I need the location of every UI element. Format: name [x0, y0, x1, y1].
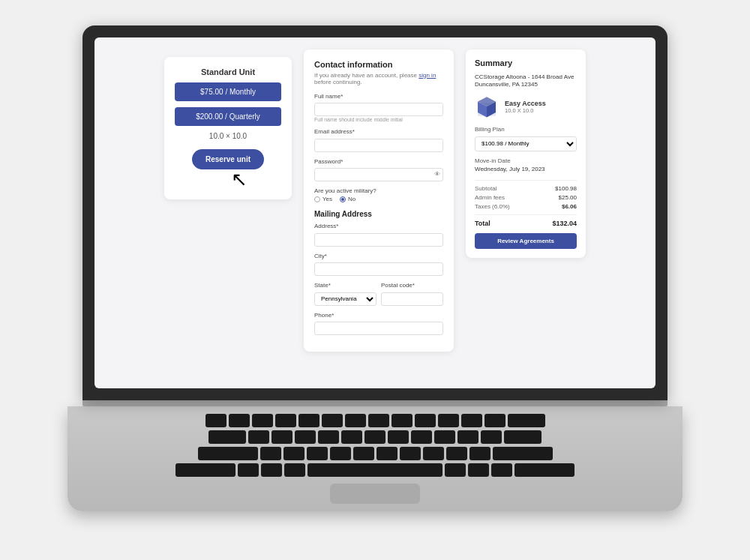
key[interactable]: [481, 430, 502, 444]
key[interactable]: [345, 414, 366, 427]
key[interactable]: [238, 463, 259, 477]
total-row: Total $132.04: [475, 220, 577, 227]
key[interactable]: [318, 430, 339, 444]
key[interactable]: [445, 463, 466, 477]
key[interactable]: [353, 447, 374, 460]
email-input[interactable]: [314, 139, 443, 152]
key[interactable]: [298, 414, 320, 427]
key[interactable]: [461, 414, 482, 427]
city-input[interactable]: [314, 262, 443, 276]
key[interactable]: [364, 430, 386, 444]
key[interactable]: [261, 463, 282, 477]
key[interactable]: [284, 447, 304, 460]
admin-row: Admin fees $25.00: [475, 194, 577, 201]
city-group: City*: [314, 253, 443, 277]
trackpad[interactable]: [330, 484, 420, 504]
quarterly-price-button[interactable]: $200.00 / Quarterly: [175, 107, 281, 126]
postal-label: Postal code*: [381, 282, 443, 289]
military-radio-group: Yes No: [314, 196, 443, 202]
address-input[interactable]: [314, 233, 443, 247]
key[interactable]: [295, 430, 316, 444]
military-yes-option[interactable]: Yes: [314, 196, 332, 202]
key[interactable]: [307, 447, 328, 460]
key[interactable]: [438, 414, 459, 427]
full-name-input[interactable]: [314, 103, 443, 116]
key[interactable]: [376, 447, 398, 460]
key[interactable]: [330, 447, 351, 460]
postal-input[interactable]: [381, 292, 443, 306]
key[interactable]: [484, 414, 506, 427]
unit-dimensions: 10.0 × 10.0: [209, 132, 247, 140]
key[interactable]: [446, 447, 467, 460]
postal-group: Postal code*: [381, 282, 443, 306]
key[interactable]: [491, 463, 512, 477]
key-space[interactable]: [308, 463, 442, 477]
military-no-radio[interactable]: [340, 196, 346, 202]
total-value: $132.04: [552, 220, 577, 227]
password-input[interactable]: [314, 168, 443, 181]
key[interactable]: [388, 430, 409, 444]
summary-panel: Summary CCStorage Altoona - 1644 Broad A…: [466, 49, 586, 258]
cost-divider: [475, 180, 577, 181]
key[interactable]: [415, 414, 436, 427]
key[interactable]: [322, 414, 343, 427]
key[interactable]: [284, 463, 305, 477]
phone-label: Phone*: [314, 312, 443, 319]
key[interactable]: [493, 447, 553, 460]
key[interactable]: [260, 447, 281, 460]
state-select[interactable]: Pennsylvania: [314, 292, 376, 306]
key[interactable]: [468, 463, 489, 477]
key[interactable]: [272, 430, 292, 444]
state-group: State* Pennsylvania: [314, 282, 376, 306]
key[interactable]: [458, 430, 478, 444]
key[interactable]: [508, 414, 545, 427]
key[interactable]: [341, 430, 362, 444]
key-shift-left[interactable]: [176, 463, 236, 477]
screen-bezel: Standard Unit $75.00 / Monthly $200.00 /…: [82, 25, 668, 400]
key[interactable]: [206, 414, 226, 427]
billing-select[interactable]: $100.98 / Monthly: [475, 136, 577, 151]
unit-card-title: Standard Unit: [201, 67, 255, 76]
keyboard-area: [68, 406, 682, 511]
admin-value: $25.00: [559, 194, 577, 201]
key[interactable]: [252, 414, 273, 427]
summary-title: Summary: [475, 58, 577, 67]
military-yes-radio[interactable]: [314, 196, 320, 202]
laptop-hinge: [82, 400, 668, 406]
password-eye-icon[interactable]: 👁: [434, 170, 440, 177]
contact-panel: Contact information If you already have …: [304, 49, 454, 352]
military-label: Are you active military?: [314, 187, 443, 194]
key[interactable]: [229, 414, 250, 427]
phone-input[interactable]: [314, 322, 443, 335]
city-label: City*: [314, 253, 443, 259]
key[interactable]: [411, 430, 432, 444]
key[interactable]: [275, 414, 296, 427]
key[interactable]: [368, 414, 389, 427]
password-wrapper: 👁: [314, 166, 443, 182]
key[interactable]: [470, 447, 490, 460]
monthly-price-button[interactable]: $75.00 / Monthly: [175, 82, 281, 101]
key-row-3: [90, 447, 660, 460]
tax-row: Taxes (6.0%) $6.06: [475, 203, 577, 210]
key[interactable]: [400, 447, 421, 460]
military-group: Are you active military? Yes No: [314, 187, 443, 202]
phone-group: Phone*: [314, 312, 443, 336]
military-no-option[interactable]: No: [340, 196, 356, 202]
key-shift-right[interactable]: [514, 463, 574, 477]
tax-value: $6.06: [562, 203, 577, 210]
reserve-unit-button[interactable]: Reserve unit: [192, 149, 264, 169]
key[interactable]: [392, 414, 412, 427]
key[interactable]: [423, 447, 444, 460]
signin-link[interactable]: sign in: [418, 72, 436, 79]
subtotal-value: $100.98: [555, 185, 577, 192]
subtotal-row: Subtotal $100.98: [475, 185, 577, 192]
key[interactable]: [208, 430, 246, 444]
key[interactable]: [434, 430, 455, 444]
unit-name: Easy Access: [505, 100, 546, 107]
movein-section: Move-in Date Wednesday, July 19, 2023: [475, 157, 577, 172]
key[interactable]: [504, 430, 542, 444]
key[interactable]: [248, 430, 269, 444]
review-agreements-button[interactable]: Review Agreements: [475, 233, 577, 249]
address-label: Address*: [314, 223, 443, 229]
key[interactable]: [198, 447, 258, 460]
